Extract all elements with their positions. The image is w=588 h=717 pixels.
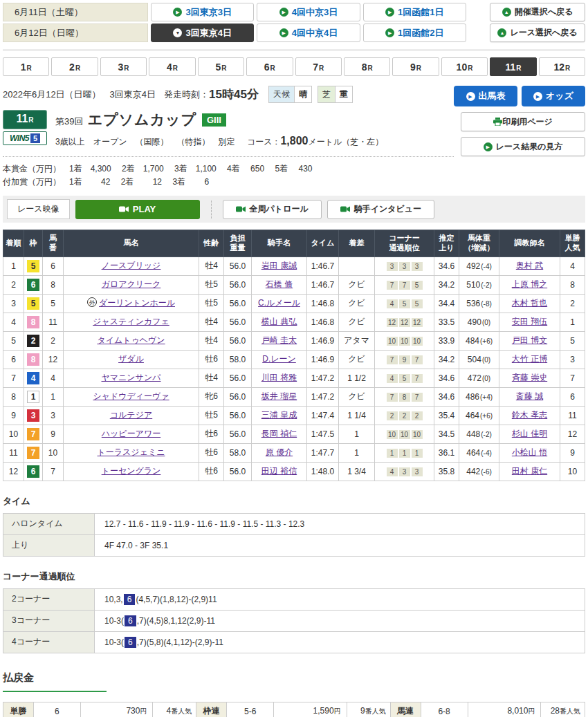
trainer-link[interactable]: 鈴木 孝志 (512, 410, 547, 420)
race-title-row: 11R WIN55 第39回 エプソムカップ GIII 3歳以上 オープン （国… (3, 110, 454, 148)
blue-button-row: ▶出馬表 ▶オッズ (454, 86, 585, 106)
win-favorite-rank: 11 (560, 406, 585, 425)
print-page-button[interactable]: 印刷用ページ (461, 112, 585, 131)
sex-age: 牡5 (199, 275, 224, 294)
race-tab-suffix: R (221, 64, 226, 72)
finish-position: 6 (3, 350, 24, 369)
corner-position: 7 (412, 393, 423, 402)
trainer-link[interactable]: 安田 翔伍 (512, 317, 547, 326)
sex-age: 牡4 (199, 369, 224, 387)
winner-number-highlight: 6 (124, 594, 136, 605)
trainer-link[interactable]: 木村 哲也 (512, 298, 547, 308)
jockey-link[interactable]: 戸崎 圭太 (261, 335, 297, 345)
jockey-link[interactable]: D.レーン (262, 354, 296, 364)
win-label: 単勝 (3, 702, 34, 717)
jockey-link[interactable]: 坂井 瑠星 (261, 391, 297, 401)
corner2-value: 10,3,6(4,5,7)(1,8,12)-(2,9)11 (95, 588, 585, 610)
time-table: ハロンタイム 12.7 - 11.6 - 11.9 - 11.9 - 11.6 … (3, 513, 585, 557)
meeting-link-tokyo4-selected[interactable]: ▼3回東京4日 (151, 24, 254, 42)
trainer-link[interactable]: 杉山 佳明 (512, 429, 547, 438)
trainer-link[interactable]: 斉藤 崇史 (512, 373, 547, 382)
horse-name-cell: ハッピーアワー (64, 425, 199, 443)
meeting-link-label: 1回函館2日 (398, 27, 443, 39)
race-tab-number: 2 (69, 62, 75, 73)
horse-name-cell: タイムトゥヘヴン (64, 331, 199, 350)
finish-time: 1:46.9 (307, 350, 339, 369)
result-guide-button[interactable]: ▶レース結果の見方 (461, 137, 585, 156)
trainer-link[interactable]: 小桧山 悟 (512, 447, 547, 457)
jockey-link[interactable]: 田辺 裕信 (261, 466, 297, 476)
horse-name-link[interactable]: ハッピーアワー (102, 429, 160, 438)
race-tab[interactable]: 7R (295, 57, 342, 76)
horse-name-link[interactable]: ガロアクリーク (102, 279, 161, 289)
horse-name-link[interactable]: ジャスティンカフェ (93, 317, 169, 326)
horse-weight-diff: (-2) (481, 431, 492, 438)
meeting-link-tokyo3[interactable]: ▶3回東京3日 (151, 3, 254, 21)
sex-age: 牡4 (199, 257, 224, 275)
back-to-race-select-button[interactable]: ▲レース選択へ戻る (490, 24, 585, 42)
entry-table-button[interactable]: ▶出馬表 (454, 86, 517, 106)
jockey-link[interactable]: 岩田 康誠 (261, 261, 297, 270)
race-tab[interactable]: 3R (100, 57, 147, 76)
horse-name-link[interactable]: トーセングラン (102, 466, 161, 476)
results-column-header: 着順 (3, 230, 24, 257)
horse-name-link[interactable]: シャドウディーヴァ (93, 391, 169, 401)
play-button[interactable]: PLAY (75, 200, 200, 219)
trainer-link[interactable]: 戸田 博文 (512, 335, 547, 345)
race-tab[interactable]: 12R (539, 57, 585, 76)
jockey-cell: 岩田 康誠 (252, 257, 307, 275)
trainer-link[interactable]: 上原 博之 (512, 279, 547, 289)
race-tab[interactable]: 2R (51, 57, 98, 76)
horse-name-link[interactable]: ノースブリッジ (102, 261, 161, 270)
trainer-link[interactable]: 田村 康仁 (512, 466, 547, 476)
horse-name-link[interactable]: タイムトゥヘヴン (97, 335, 165, 345)
race-tab[interactable]: 1R (3, 57, 49, 76)
race-tab[interactable]: 8R (344, 57, 390, 76)
horse-weight-value: 472 (468, 373, 481, 383)
jockey-link[interactable]: 長岡 禎仁 (261, 429, 297, 438)
jockey-cell: 長岡 禎仁 (252, 425, 307, 443)
horse-name-link[interactable]: ヤマニンサンパ (102, 373, 161, 382)
jockey-link[interactable]: C.ルメール (258, 298, 300, 308)
jockey-link[interactable]: 川田 将雅 (261, 373, 297, 382)
corner-positions: 455 (375, 294, 434, 313)
trainer-link[interactable]: 斎藤 誠 (516, 391, 543, 401)
carried-weight: 58.0 (224, 443, 252, 462)
race-tab[interactable]: 5R (198, 57, 244, 76)
race-tab[interactable]: 6R (246, 57, 293, 76)
arrow-down-icon: ▼ (173, 28, 182, 37)
horse-name-link[interactable]: コルテジア (110, 410, 152, 420)
race-header-buttons: ▶出馬表 ▶オッズ 印刷用ページ ▶レース結果の見方 (454, 86, 585, 189)
back-to-meeting-select-button[interactable]: ▲開催選択へ戻る (490, 3, 585, 21)
corner2-label: 2コーナー (3, 588, 95, 610)
meeting-link-hakodate2[interactable]: ▶1回函館2日 (363, 24, 466, 42)
quinella-combination: 6-8 (421, 702, 468, 717)
race-tab[interactable]: 9R (392, 57, 439, 76)
meeting-link-chukyo3[interactable]: ▶4回中京3日 (257, 3, 360, 21)
race-tab[interactable]: 11R (490, 57, 536, 76)
odds-button[interactable]: ▶オッズ (522, 86, 585, 106)
horse-name-link[interactable]: トーラスジェミニ (98, 447, 165, 457)
trainer-link[interactable]: 大竹 正博 (512, 354, 547, 364)
race-tab[interactable]: 10R (441, 57, 488, 76)
meeting-link-chukyo4[interactable]: ▶4回中京4日 (257, 24, 360, 42)
jockey-cell: 原 優介 (252, 443, 307, 462)
horse-name-link[interactable]: ダーリントンホール (99, 298, 175, 308)
quinella-amount: 8,010円 (468, 702, 541, 717)
jockey-link[interactable]: 三浦 皇成 (261, 410, 297, 420)
jockey-link[interactable]: 石橋 脩 (266, 279, 293, 289)
video-camera-icon (236, 205, 246, 213)
finish-position: 10 (3, 425, 24, 443)
corner-position: 10 (387, 337, 398, 346)
horse-name-link[interactable]: ザダル (118, 354, 144, 364)
race-tab[interactable]: 4R (149, 57, 195, 76)
result-row: 5 2 2 タイムトゥヘヴン 牡4 56.0 戸崎 圭太 1:46.9 アタマ … (3, 331, 585, 350)
trainer-link[interactable]: 奥村 武 (516, 261, 543, 270)
jockey-link[interactable]: 原 優介 (266, 447, 293, 457)
meeting-link-hakodate1[interactable]: ▶1回函館1日 (363, 3, 466, 21)
jockey-link[interactable]: 横山 典弘 (261, 317, 297, 326)
trainer-cell: 安田 翔伍 (499, 313, 560, 331)
jockey-interview-button[interactable]: 騎手インタビュー (327, 200, 434, 219)
bracket-quinella-popularity: 9番人気 (347, 702, 390, 717)
patrol-video-button[interactable]: 全周パトロール (223, 200, 322, 219)
